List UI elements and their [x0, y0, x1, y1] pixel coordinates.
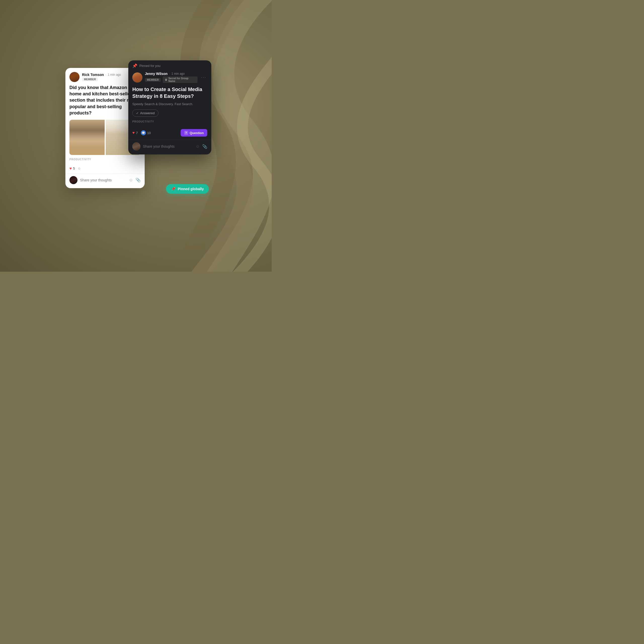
- jenny-more-button[interactable]: ···: [200, 74, 207, 81]
- rick-like-button[interactable]: ♥ 5: [69, 166, 75, 171]
- pinned-globally-badge: 📌 Pinned globally: [166, 184, 209, 194]
- rick-name-row: Rick Tomson · 1 min ago: [82, 73, 131, 77]
- question-btn-label: Question: [190, 131, 204, 135]
- rick-dot: ·: [105, 73, 106, 76]
- jenny-dot: ·: [169, 72, 170, 75]
- pin-globally-icon: 📌: [171, 187, 176, 191]
- answered-badge: ✓ Answered: [132, 109, 158, 117]
- jenny-name-row: Jenny Wilson · 1 min ago: [145, 72, 197, 76]
- comment-bubble-icon: 💬: [141, 130, 146, 135]
- rick-likes-count: 5: [73, 167, 75, 170]
- jenny-time: 1 min ago: [171, 72, 185, 75]
- jenny-face: [132, 72, 142, 83]
- secret-badge: ♛ Secret for Group Name: [163, 76, 197, 83]
- dark-card-comment-bar: ☺ 📎: [128, 140, 211, 154]
- white-card-comment-input[interactable]: [80, 178, 127, 182]
- dark-commenter-avatar: [132, 142, 140, 150]
- dark-card-comment-input[interactable]: [143, 144, 193, 148]
- dark-commenter-face: [132, 142, 140, 150]
- attach-icon[interactable]: 📎: [136, 178, 141, 182]
- card-dark: 📌 Pinned for you Jenny Wilson · 1 min ag…: [128, 60, 211, 154]
- emoji-icon[interactable]: ☺: [129, 178, 133, 182]
- jenny-badge: MEMBER: [145, 78, 161, 82]
- cards-container: Rick Tomson · 1 min ago MEMBER ··· Did y…: [60, 60, 211, 211]
- dark-emoji-icon[interactable]: ☺: [196, 144, 200, 149]
- jenny-comment-button[interactable]: 💬 10: [141, 130, 151, 135]
- pinned-banner: 📌 Pinned for you: [128, 60, 211, 71]
- commenter-face: [69, 176, 77, 184]
- jenny-avatar: [132, 72, 142, 83]
- dark-card-footer: ♥ 7 💬 10 ? Question: [128, 129, 211, 140]
- heart-icon: ♥: [69, 166, 72, 171]
- jenny-info: Jenny Wilson · 1 min ago MEMBER ♛ Secret…: [145, 72, 197, 83]
- rick-avatar: [69, 72, 79, 82]
- heart-icon-dark: ♥: [132, 131, 135, 135]
- jenny-post-subtitle: Speedy Search & Discovery. Fast Search.: [132, 102, 207, 106]
- rick-info: Rick Tomson · 1 min ago MEMBER: [82, 73, 131, 81]
- pin-icon: 📌: [132, 63, 137, 68]
- pinned-globally-label: Pinned globally: [178, 187, 204, 191]
- rick-badge: MEMBER: [82, 77, 98, 81]
- card-white-footer: ♥ 5 ○: [65, 166, 145, 173]
- dark-attach-icon[interactable]: 📎: [202, 144, 207, 149]
- answered-label: Answered: [140, 111, 155, 115]
- jenny-name: Jenny Wilson: [145, 72, 168, 76]
- jenny-likes-count: 7: [136, 131, 138, 135]
- comment-icon: ○: [78, 166, 81, 171]
- dark-card-body: How to Create a Social Media Strategy in…: [128, 86, 211, 129]
- rick-comment-button[interactable]: ○: [78, 166, 81, 171]
- commenter-avatar: [69, 176, 77, 184]
- rick-name: Rick Tomson: [82, 73, 104, 77]
- room-image-1: [69, 120, 105, 155]
- rick-time: 1 min ago: [108, 73, 121, 76]
- pinned-for-you-label: Pinned for you: [139, 64, 160, 68]
- rick-category: PRODUCTIVITY: [69, 158, 141, 161]
- check-icon: ✓: [136, 111, 139, 115]
- question-button[interactable]: ? Question: [181, 129, 207, 137]
- jenny-comments-count: 10: [147, 131, 151, 135]
- jenny-post-title: How to Create a Social Media Strategy in…: [132, 86, 207, 100]
- secret-label: Secret for Group Name: [168, 77, 195, 83]
- post-image-1: [69, 120, 105, 155]
- jenny-badges-row: MEMBER ♛ Secret for Group Name: [145, 76, 197, 83]
- jenny-category: PRODUCTIVITY: [132, 120, 207, 123]
- question-mark-icon: ?: [184, 131, 188, 135]
- jenny-like-button[interactable]: ♥ 7: [132, 131, 138, 135]
- dark-card-header: Jenny Wilson · 1 min ago MEMBER ♛ Secret…: [128, 71, 211, 86]
- card-white-comment-bar: ☺ 📎: [65, 173, 145, 188]
- crown-icon: ♛: [165, 78, 167, 82]
